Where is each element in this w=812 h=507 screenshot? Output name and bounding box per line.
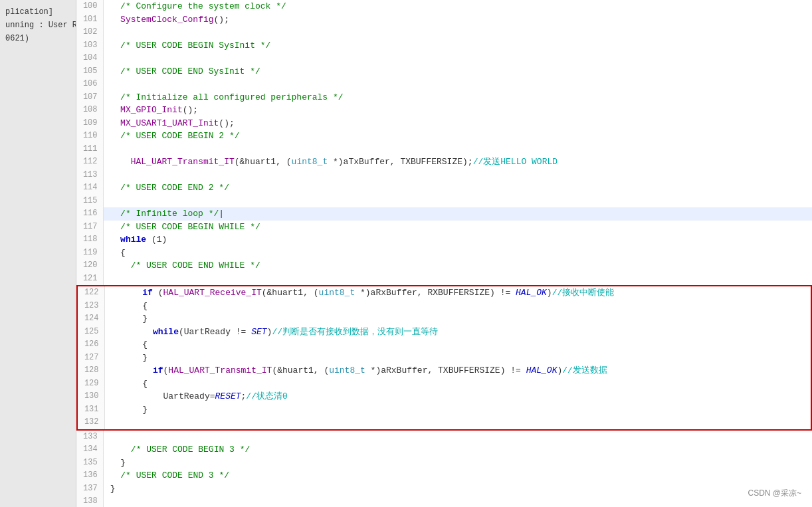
table-row: 133 <box>76 431 812 444</box>
line-number: 108 <box>76 104 103 117</box>
line-content[interactable]: { <box>104 377 811 391</box>
table-row: 121 <box>76 272 812 286</box>
sidebar-item-2[interactable]: unning : User Requ <box>0 19 76 32</box>
boxed-code-table: 122 if (HAL_UART_Receive_IT(&huart1, (ui… <box>78 286 811 429</box>
table-row: 135 } <box>76 456 812 470</box>
table-row: 105 /* USER CODE END SysInit */ <box>76 65 812 78</box>
table-row: 113 <box>76 169 812 182</box>
line-content[interactable] <box>103 195 812 208</box>
line-number: 122 <box>78 286 104 300</box>
line-content[interactable] <box>103 495 812 507</box>
table-row: 117 /* USER CODE BEGIN WHILE */ <box>76 221 812 234</box>
line-content[interactable]: { <box>103 247 812 260</box>
red-box: 122 if (HAL_UART_Receive_IT(&huart1, (ui… <box>76 285 812 431</box>
line-number: 119 <box>76 247 103 260</box>
table-row: 138 <box>76 495 812 507</box>
line-content[interactable] <box>103 431 812 444</box>
line-content[interactable]: while(UartReady != SET)//判断是否有接收到数据，没有则一… <box>104 326 811 339</box>
table-row: 101 SystemClock_Config(); <box>76 13 812 27</box>
line-number: 114 <box>76 181 103 195</box>
table-row: 110 /* USER CODE BEGIN 2 */ <box>76 130 812 143</box>
table-row: 125 while(UartReady != SET)//判断是否有接收到数据，… <box>78 326 811 339</box>
line-content[interactable]: while (1) <box>103 233 812 247</box>
line-content[interactable]: HAL_UART_Transmit_IT(&huart1, (uint8_t *… <box>103 155 812 169</box>
table-row: 102 <box>76 26 812 39</box>
line-number: 112 <box>76 155 103 169</box>
line-content[interactable]: /* USER CODE BEGIN SysInit */ <box>103 39 812 52</box>
table-row: 112 HAL_UART_Transmit_IT(&huart1, (uint8… <box>76 155 812 169</box>
line-number: 138 <box>76 495 103 507</box>
line-content[interactable]: { <box>104 300 811 313</box>
line-content[interactable]: /* USER CODE BEGIN WHILE */ <box>103 221 812 234</box>
line-content[interactable]: } <box>103 456 812 470</box>
line-content[interactable] <box>103 52 812 65</box>
line-content[interactable] <box>103 272 812 286</box>
table-row: 120 /* USER CODE END WHILE */ <box>76 259 812 272</box>
line-content[interactable]: /* USER CODE END 3 */ <box>103 469 812 482</box>
line-number: 133 <box>76 431 103 444</box>
line-content[interactable]: } <box>103 482 812 496</box>
line-content[interactable]: /* USER CODE END SysInit */ <box>103 65 812 78</box>
line-number: 128 <box>78 364 104 377</box>
line-content[interactable]: /* Initialize all configured peripherals… <box>103 91 812 104</box>
line-content[interactable] <box>103 26 812 39</box>
line-number: 131 <box>78 403 104 417</box>
line-number: 101 <box>76 13 103 27</box>
main-container: plication] unning : User Requ 0621) 100 … <box>0 0 812 507</box>
sidebar: plication] unning : User Requ 0621) <box>0 0 76 507</box>
table-row: 122 if (HAL_UART_Receive_IT(&huart1, (ui… <box>78 286 811 300</box>
line-number: 103 <box>76 39 103 52</box>
line-number: 127 <box>78 352 104 365</box>
line-content[interactable]: } <box>104 352 811 365</box>
line-content[interactable]: if(HAL_UART_Transmit_IT(&huart1, (uint8_… <box>104 364 811 377</box>
line-content[interactable]: /* Infinite loop */| <box>103 207 812 221</box>
line-number: 100 <box>76 0 103 13</box>
table-row: 128 if(HAL_UART_Transmit_IT(&huart1, (ui… <box>78 364 811 377</box>
line-number: 106 <box>76 78 103 91</box>
line-content[interactable]: MX_GPIO_Init(); <box>103 104 812 117</box>
table-row: 130 UartReady=RESET;//状态清0 <box>78 390 811 403</box>
table-row: 116 /* Infinite loop */| <box>76 207 812 221</box>
line-number: 102 <box>76 26 103 39</box>
code-table: 100 /* Configure the system clock */ 101… <box>76 0 812 285</box>
table-row: 108 MX_GPIO_Init(); <box>76 104 812 117</box>
line-number: 129 <box>78 377 104 391</box>
sidebar-item-label-2: unning : User Requ <box>5 21 76 30</box>
line-number: 120 <box>76 259 103 272</box>
table-row: 126 { <box>78 338 811 352</box>
table-row: 129 { <box>78 377 811 391</box>
line-content[interactable]: SystemClock_Config(); <box>103 13 812 27</box>
sidebar-item-label-3: 0621) <box>5 34 29 43</box>
line-content[interactable]: MX_USART1_UART_Init(); <box>103 117 812 130</box>
line-content[interactable]: /* Configure the system clock */ <box>103 0 812 13</box>
table-row: 132 <box>78 416 811 429</box>
line-content[interactable] <box>104 416 811 429</box>
line-content[interactable]: /* USER CODE BEGIN 3 */ <box>103 443 812 456</box>
line-number: 136 <box>76 469 103 482</box>
line-content[interactable] <box>103 143 812 156</box>
table-row: 104 <box>76 52 812 65</box>
line-content[interactable]: /* USER CODE END 2 */ <box>103 181 812 195</box>
line-content[interactable]: UartReady=RESET;//状态清0 <box>104 390 811 403</box>
sidebar-item-1[interactable]: plication] <box>0 5 76 19</box>
line-content[interactable] <box>103 169 812 182</box>
table-row: 127 } <box>78 352 811 365</box>
line-content[interactable]: /* USER CODE BEGIN 2 */ <box>103 130 812 143</box>
line-number: 126 <box>78 338 104 352</box>
code-table-after: 133 134 /* USER CODE BEGIN 3 */ 135 } 13… <box>76 431 812 508</box>
line-content[interactable]: } <box>104 312 811 326</box>
table-row: 111 <box>76 143 812 156</box>
line-content[interactable] <box>103 78 812 91</box>
line-content[interactable]: /* USER CODE END WHILE */ <box>103 259 812 272</box>
line-number: 137 <box>76 482 103 496</box>
line-content[interactable]: } <box>104 403 811 417</box>
line-content[interactable]: { <box>104 338 811 352</box>
line-number: 115 <box>76 195 103 208</box>
code-editor[interactable]: 100 /* Configure the system clock */ 101… <box>76 0 812 507</box>
sidebar-item-3[interactable]: 0621) <box>0 32 76 45</box>
line-content[interactable]: if (HAL_UART_Receive_IT(&huart1, (uint8_… <box>104 286 811 300</box>
table-row: 100 /* Configure the system clock */ <box>76 0 812 13</box>
table-row: 115 <box>76 195 812 208</box>
line-number: 113 <box>76 169 103 182</box>
table-row: 106 <box>76 78 812 91</box>
